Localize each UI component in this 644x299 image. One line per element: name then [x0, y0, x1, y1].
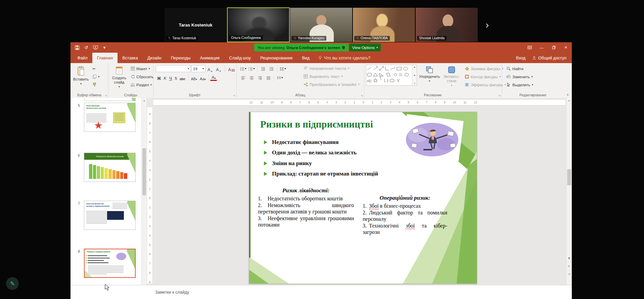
- decrease-font-size-button[interactable]: А▼: [215, 65, 222, 72]
- copy-button[interactable]: ▾: [91, 73, 100, 80]
- arrange-button[interactable]: Упорядочить ▾: [418, 64, 441, 92]
- clear-formatting-button[interactable]: А: [227, 65, 236, 72]
- share-button[interactable]: Общий доступ: [532, 56, 566, 60]
- select-button[interactable]: Выделить▾: [505, 81, 535, 88]
- tab-file[interactable]: Файл: [73, 53, 92, 63]
- operational-risk-textbox[interactable]: Операційний ризик: Збої в бізнес-процеса…: [363, 195, 447, 236]
- undo-icon[interactable]: ↺: [84, 45, 89, 50]
- shape-effects-button[interactable]: Эффекты фигуры▾: [463, 81, 507, 88]
- shapes-gallery[interactable]: ▲ ▼ ≡: [366, 65, 417, 86]
- dialog-launcher-icon[interactable]: ⇘: [105, 94, 107, 97]
- ribbon-display-options-button[interactable]: [523, 42, 536, 53]
- slide-thumbnail-7[interactable]: Ключові фінансові ризики в підприємництв…: [84, 201, 136, 230]
- align-left-button[interactable]: [239, 74, 247, 82]
- format-painter-button[interactable]: [91, 81, 100, 88]
- ribbon-group-font: ▾ 19▾ А▲ А▼ А Ж К Ч S abc АВ▾ Аа▾ А▾ Шри…: [153, 63, 237, 98]
- find-button[interactable]: Найти: [505, 65, 535, 72]
- text-shadow-button[interactable]: S: [173, 74, 178, 81]
- line-spacing-button[interactable]: ▾: [279, 65, 287, 72]
- font-size-combobox[interactable]: 19▾: [191, 65, 205, 72]
- quick-styles-button[interactable]: Экспресс-стили ▾: [441, 64, 462, 92]
- tab-review[interactable]: Рецензирование: [256, 53, 297, 63]
- tab-slideshow[interactable]: Слайд-шоу: [224, 53, 256, 63]
- slide-thumbnail-partial[interactable]: [84, 98, 136, 101]
- decrease-indent-button[interactable]: [259, 65, 267, 72]
- vertical-scrollbar[interactable]: ▲ ▼ « «: [566, 98, 572, 285]
- strikethrough-button[interactable]: abc: [178, 74, 187, 81]
- scrollbar-thumb[interactable]: [567, 169, 571, 185]
- gallery-more-icon[interactable]: ≡: [414, 82, 415, 85]
- tab-insert[interactable]: Вставка: [118, 53, 142, 63]
- columns-button[interactable]: ▾: [276, 74, 284, 82]
- scrollbar-thumb[interactable]: [142, 148, 146, 195]
- dialog-launcher-icon[interactable]: ⇘: [498, 94, 501, 97]
- annotate-button[interactable]: ✎: [6, 277, 19, 290]
- dialog-launcher-icon[interactable]: ⇘: [233, 94, 235, 97]
- character-spacing-button[interactable]: АВ▾: [190, 74, 198, 81]
- tab-home[interactable]: Главная: [92, 53, 118, 63]
- start-slideshow-icon[interactable]: [93, 45, 98, 50]
- shape-outline-button[interactable]: Контур фигуры▾: [463, 73, 507, 80]
- font-name-combobox[interactable]: ▾: [156, 65, 191, 72]
- align-center-button[interactable]: [247, 74, 256, 82]
- minimize-button[interactable]: —: [536, 42, 548, 53]
- slide-thumbnail-8-selected[interactable]: Ризики в підприємництві: [84, 249, 136, 278]
- customize-qat-icon[interactable]: ▾: [102, 45, 107, 50]
- new-slide-button[interactable]: Создать слайд ▾: [109, 64, 129, 92]
- justify-button[interactable]: [264, 74, 273, 82]
- increase-indent-button[interactable]: [267, 65, 276, 72]
- video-tile-taras[interactable]: Taras Kosteniuk Taras Kosteniuk: [164, 7, 227, 42]
- close-button[interactable]: ✕: [560, 42, 572, 53]
- scroll-down-icon[interactable]: ▼: [566, 254, 572, 262]
- dialog-launcher-icon[interactable]: ⇘: [361, 94, 363, 97]
- underline-button[interactable]: Ч: [168, 74, 173, 81]
- next-slide-button[interactable]: «: [566, 270, 572, 278]
- video-tile-yaroslav[interactable]: Yaroslav Kurageu: [290, 7, 353, 42]
- paste-button[interactable]: Вставить ▾: [72, 64, 90, 92]
- italic-button[interactable]: К: [162, 74, 168, 81]
- tab-animations[interactable]: Анимация: [195, 53, 224, 63]
- next-participants-button[interactable]: ›: [483, 19, 492, 31]
- video-tile-olga-active-speaker[interactable]: Ольга Слободянюк: [227, 7, 290, 42]
- column-heading: Ризик ліквідності:: [258, 187, 354, 194]
- convert-to-smartart-button[interactable]: Преобразовать в SmartArt▾: [302, 81, 361, 88]
- scroll-up-icon[interactable]: ▲: [566, 98, 572, 103]
- tab-transitions[interactable]: Переходы: [166, 53, 195, 63]
- view-options-button[interactable]: View Options ▾: [349, 44, 381, 51]
- font-color-button[interactable]: А▾: [210, 74, 217, 81]
- scroll-up-icon[interactable]: ▲: [142, 98, 147, 103]
- video-tile-olena[interactable]: Олена ПАВЛОВА: [353, 7, 415, 42]
- increase-font-size-button[interactable]: А▲: [206, 65, 214, 72]
- notes-pane[interactable]: Заметки к слайду: [71, 285, 572, 299]
- collapse-ribbon-button[interactable]: ∧: [566, 93, 569, 96]
- bullets-button[interactable]: ▾: [239, 65, 247, 72]
- cut-button[interactable]: ✂: [91, 65, 100, 72]
- gallery-up-icon[interactable]: ▲: [413, 66, 416, 68]
- numbering-button[interactable]: ▾: [247, 65, 256, 72]
- slide-thumbnail-5[interactable]: Класифікація фінансових ризиків: [84, 103, 136, 132]
- thumbnails-scrollbar[interactable]: ▲: [141, 98, 147, 285]
- bold-button[interactable]: Ж: [156, 74, 162, 81]
- tab-design[interactable]: Дизайн: [143, 53, 166, 63]
- change-case-button[interactable]: Аа▾: [198, 74, 207, 81]
- gallery-down-icon[interactable]: ▼: [413, 74, 416, 77]
- layout-button[interactable]: Макет▾: [130, 65, 154, 72]
- align-text-button[interactable]: Выровнять текст▾: [302, 73, 361, 80]
- sign-in-button[interactable]: Вход: [516, 56, 525, 60]
- restore-button[interactable]: [548, 42, 560, 53]
- section-button[interactable]: Раздел▾: [130, 81, 154, 88]
- save-icon[interactable]: [75, 45, 80, 50]
- video-tile-shostak[interactable]: Shostak Liudmila: [415, 7, 478, 42]
- align-right-button[interactable]: [256, 74, 264, 82]
- slide-thumbnail-6[interactable]: Значущість фінансових ризиків: [84, 153, 136, 182]
- shape-fill-button[interactable]: Заливка фигуры▾: [463, 65, 507, 72]
- reset-button[interactable]: Сбросить: [130, 73, 154, 80]
- text-direction-button[interactable]: Направление текста▾: [302, 65, 361, 72]
- slide-canvas[interactable]: Ризики в підприємництві Недостатнє фінан…: [249, 112, 477, 284]
- previous-slide-button[interactable]: «: [566, 262, 572, 270]
- tab-view[interactable]: Вид: [297, 53, 314, 63]
- v-ruler-numbers: 9876543210123456789: [147, 112, 152, 284]
- liquidity-risk-textbox[interactable]: Ризик ліквідності: Недостатність оборотн…: [258, 187, 354, 228]
- tell-me-box[interactable]: Что вы хотите сделать?: [314, 53, 374, 63]
- replace-button[interactable]: Заменить▾: [505, 73, 535, 80]
